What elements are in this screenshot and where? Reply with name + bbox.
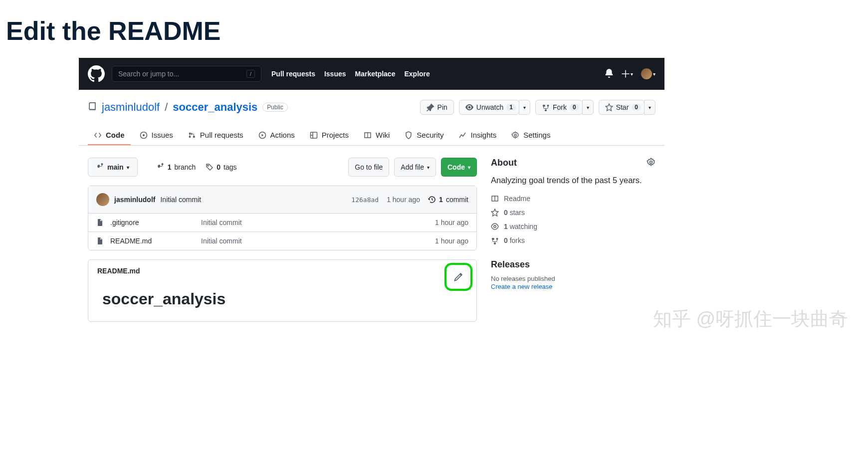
- fork-dropdown[interactable]: ▾: [582, 100, 594, 115]
- file-list: jasminludolf Initial commit 126a8ad 1 ho…: [88, 186, 477, 250]
- unwatch-label: Unwatch: [476, 103, 503, 111]
- readme-filename[interactable]: README.md: [97, 267, 140, 275]
- star-icon: [491, 209, 499, 217]
- unwatch-button[interactable]: Unwatch 1: [459, 100, 519, 115]
- create-release-link[interactable]: Create a new release: [491, 283, 553, 290]
- branch-picker[interactable]: main ▾: [88, 158, 138, 177]
- avatar-icon: [641, 68, 652, 79]
- tab-settings-label: Settings: [523, 131, 550, 139]
- tab-insights[interactable]: Insights: [452, 126, 502, 145]
- book-icon: [491, 195, 499, 203]
- file-icon: [96, 237, 104, 245]
- commit-author[interactable]: jasminludolf: [114, 196, 155, 204]
- history-icon: [428, 196, 436, 204]
- tag-count: 0: [217, 163, 220, 171]
- gear-icon: [647, 158, 655, 167]
- forks-label: forks: [510, 236, 525, 244]
- eye-icon: [465, 103, 473, 111]
- releases-section: Releases No releases published Create a …: [491, 259, 655, 290]
- search-shortcut: /: [246, 70, 255, 78]
- tab-code-label: Code: [106, 131, 125, 139]
- svg-point-1: [143, 134, 145, 136]
- search-input[interactable]: Search or jump to... /: [112, 66, 261, 82]
- fork-icon: [491, 236, 499, 244]
- commit-avatar[interactable]: [96, 193, 109, 206]
- tab-projects[interactable]: Projects: [304, 126, 355, 145]
- watching-count: 1: [504, 223, 508, 230]
- star-dropdown[interactable]: ▾: [644, 100, 655, 115]
- commit-total: 1: [439, 196, 443, 204]
- watching-link[interactable]: 1 watching: [491, 223, 655, 230]
- branch-icon: [96, 163, 104, 171]
- unwatch-count: 1: [506, 104, 516, 111]
- top-nav: Pull requests Issues Marketplace Explore: [271, 70, 430, 78]
- stars-link[interactable]: 0 stars: [491, 209, 655, 217]
- fork-icon: [542, 103, 550, 111]
- pin-icon: [427, 103, 434, 111]
- about-title: About: [491, 158, 517, 168]
- about-description: Analyzing goal trends of the past 5 year…: [491, 174, 655, 187]
- edit-readme-button[interactable]: [444, 263, 472, 291]
- nav-issues[interactable]: Issues: [324, 70, 346, 78]
- file-row: .gitignore Initial commit 1 hour ago: [88, 213, 476, 231]
- file-commit-msg[interactable]: Initial commit: [201, 219, 435, 226]
- releases-empty: No releases published: [491, 275, 655, 282]
- readme-link[interactable]: Readme: [491, 195, 655, 203]
- branch-count: 1: [168, 163, 172, 171]
- watching-label: watching: [510, 223, 537, 230]
- tab-settings[interactable]: Settings: [505, 126, 556, 145]
- commits-link[interactable]: 1 commit: [428, 196, 468, 204]
- file-commit-msg[interactable]: Initial commit: [201, 237, 435, 245]
- readme-link-label: Readme: [504, 195, 530, 203]
- avatar-dropdown[interactable]: ▾: [641, 68, 655, 79]
- github-header: Search or jump to... / Pull requests Iss…: [79, 58, 664, 90]
- current-branch: main: [107, 163, 124, 171]
- nav-pull-requests[interactable]: Pull requests: [271, 70, 315, 78]
- star-count: 0: [632, 104, 641, 111]
- branches-link[interactable]: 1 branch: [157, 163, 196, 171]
- tab-code[interactable]: Code: [88, 126, 131, 145]
- nav-explore[interactable]: Explore: [404, 70, 430, 78]
- commit-message[interactable]: Initial commit: [160, 196, 201, 204]
- commit-sha[interactable]: 126a8ad: [351, 196, 379, 204]
- releases-title: Releases: [491, 259, 655, 270]
- code-button[interactable]: Code ▾: [441, 158, 477, 177]
- tab-pull-requests[interactable]: Pull requests: [182, 126, 249, 145]
- code-label: Code: [447, 163, 465, 171]
- tab-actions-label: Actions: [270, 131, 295, 139]
- tab-wiki[interactable]: Wiki: [358, 126, 396, 145]
- fork-count: 0: [570, 104, 579, 111]
- search-placeholder: Search or jump to...: [118, 70, 179, 78]
- add-file-button[interactable]: Add file ▾: [394, 158, 436, 177]
- tags-link[interactable]: 0 tags: [206, 163, 236, 171]
- tab-issues[interactable]: Issues: [134, 126, 179, 145]
- repo-owner-link[interactable]: jasminludolf: [102, 101, 160, 114]
- svg-point-5: [208, 165, 209, 166]
- repo-icon: [88, 102, 97, 113]
- plus-dropdown[interactable]: ▾: [622, 70, 633, 78]
- unwatch-dropdown[interactable]: ▾: [519, 100, 530, 115]
- file-name-link[interactable]: README.md: [110, 237, 152, 245]
- pin-button[interactable]: Pin: [420, 100, 454, 115]
- bell-icon[interactable]: [605, 69, 614, 79]
- file-row: README.md Initial commit 1 hour ago: [88, 231, 476, 250]
- tab-actions[interactable]: Actions: [252, 126, 301, 145]
- forks-link[interactable]: 0 forks: [491, 236, 655, 244]
- stars-label: stars: [510, 209, 525, 217]
- repo-name-link[interactable]: soccer_analysis: [173, 101, 257, 114]
- file-name-link[interactable]: .gitignore: [110, 219, 139, 226]
- branch-count-label: branch: [174, 163, 196, 171]
- pencil-icon: [453, 272, 463, 282]
- tab-wiki-label: Wiki: [376, 131, 390, 139]
- eye-icon: [491, 223, 499, 230]
- github-logo-icon[interactable]: [88, 65, 105, 82]
- nav-marketplace[interactable]: Marketplace: [355, 70, 396, 78]
- go-to-file-button[interactable]: Go to file: [348, 158, 389, 177]
- svg-point-4: [514, 134, 516, 136]
- tab-security[interactable]: Security: [399, 126, 449, 145]
- commit-total-label: commit: [446, 196, 468, 204]
- tag-icon: [206, 163, 214, 171]
- fork-button[interactable]: Fork 0: [535, 100, 583, 115]
- about-settings-button[interactable]: [647, 158, 655, 168]
- star-button[interactable]: Star 0: [599, 100, 645, 115]
